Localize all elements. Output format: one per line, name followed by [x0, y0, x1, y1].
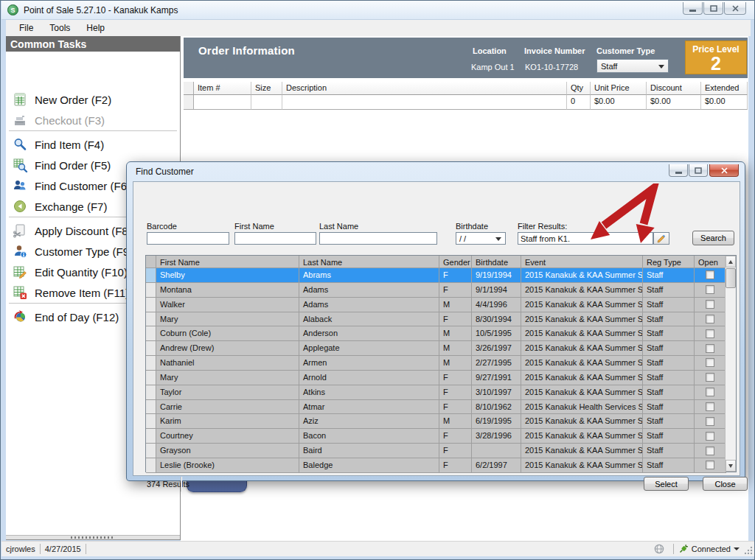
results-row[interactable]: CourtneyBaconF3/28/19962015 Kanakuk & KA…: [146, 429, 736, 444]
order-table-row[interactable]: 0$0.00$0.00$0.00: [184, 95, 748, 110]
menu-help[interactable]: Help: [79, 21, 112, 35]
barcode-input[interactable]: [147, 232, 229, 245]
minimize-button[interactable]: [683, 2, 703, 15]
filter-results-input[interactable]: [518, 232, 653, 245]
maximize-button[interactable]: [703, 2, 723, 15]
edit-filter-button[interactable]: [653, 232, 669, 245]
open-checkbox[interactable]: [706, 432, 714, 441]
connection-status[interactable]: Connected: [692, 545, 731, 553]
sidebar-splitter[interactable]: [6, 535, 180, 540]
order-column-header: Extended: [701, 82, 748, 95]
sidebar-item-new-order[interactable]: New Order (F2): [12, 90, 175, 109]
globe-icon[interactable]: [654, 544, 664, 554]
remove-item-icon: [12, 285, 28, 300]
customer-type-dropdown[interactable]: Staff: [596, 59, 669, 73]
open-checkbox[interactable]: [706, 285, 714, 294]
maximize-icon: [695, 167, 702, 174]
open-checkbox[interactable]: [706, 329, 714, 338]
results-row[interactable]: MontanaAdamsF9/1/19942015 Kanakuk & KAA …: [146, 283, 736, 298]
open-checkbox[interactable]: [706, 358, 714, 367]
results-row[interactable]: KarimAzizM6/19/19952015 Kanakuk & KAA Su…: [146, 414, 736, 429]
end-of-day-icon: [12, 309, 28, 324]
filter-results-label: Filter Results:: [518, 222, 567, 231]
status-date: 4/27/2015: [45, 545, 81, 553]
chevron-down-icon[interactable]: [734, 547, 740, 550]
select-button[interactable]: Select: [644, 477, 689, 491]
order-column-header: Size: [251, 82, 282, 95]
scroll-up-button[interactable]: [726, 256, 736, 267]
results-column-header[interactable]: [146, 256, 156, 268]
order-table-header: Item #SizeDescriptionQtyUnit PriceDiscou…: [184, 82, 748, 95]
sidebar-item-label: Customer Type (F9): [35, 245, 133, 258]
search-button[interactable]: Search: [692, 231, 734, 245]
open-checkbox[interactable]: [706, 402, 714, 411]
customer-type-label: Customer Type: [596, 46, 655, 55]
results-row[interactable]: Leslie (Brooke)BaledgeF6/2/19972015 Kana…: [146, 458, 736, 473]
edit-quantity-icon: [12, 265, 28, 279]
dialog-close-action-button[interactable]: Close: [703, 477, 748, 491]
menu-bar: File Tools Help: [6, 20, 751, 36]
results-scrollbar[interactable]: [725, 256, 736, 472]
results-column-header[interactable]: Open: [695, 256, 726, 268]
order-cell[interactable]: [251, 95, 282, 110]
results-row[interactable]: NathanielArmenM2/27/19952015 Kanakuk & K…: [146, 356, 736, 371]
dialog-minimize-button[interactable]: [669, 164, 688, 177]
dialog-maximize-button[interactable]: [689, 164, 708, 177]
results-column-header[interactable]: Reg Type: [643, 256, 695, 268]
order-column-header: Description: [282, 82, 567, 95]
results-row[interactable]: GraysonBairdF2015 Kanakuk & KAA Summer S…: [146, 444, 736, 458]
dialog-close-button[interactable]: [709, 164, 739, 177]
open-checkbox[interactable]: [706, 373, 714, 382]
results-row[interactable]: WalkerAdamsM4/4/19962015 Kanakuk & KAA S…: [146, 298, 736, 312]
customer-type-icon: [12, 244, 28, 259]
order-cell[interactable]: [282, 95, 567, 110]
order-cell[interactable]: [184, 95, 194, 110]
last-name-input[interactable]: [319, 232, 437, 245]
open-checkbox[interactable]: [706, 388, 714, 396]
scroll-down-button[interactable]: [726, 460, 736, 472]
find-customer-icon: [12, 178, 28, 193]
order-cell[interactable]: [194, 95, 251, 110]
results-column-header[interactable]: Gender: [439, 256, 472, 268]
status-divider: [673, 544, 674, 554]
open-checkbox[interactable]: [706, 344, 714, 353]
scrollbar-thumb[interactable]: [726, 268, 736, 288]
menu-tools[interactable]: Tools: [42, 21, 77, 35]
resize-grip[interactable]: [744, 546, 753, 555]
apply-discount-icon: [12, 223, 28, 238]
results-row[interactable]: MaryAlabackF8/30/19942015 Kanakuk & KAA …: [146, 312, 736, 327]
order-cell[interactable]: $0.00: [701, 95, 748, 110]
results-row[interactable]: Andrew (Drew)ApplegateM3/26/19972015 Kan…: [146, 341, 736, 356]
open-checkbox[interactable]: [706, 417, 714, 426]
results-column-header[interactable]: First Name: [156, 256, 299, 268]
results-row[interactable]: Coburn (Cole)AndersonM10/5/19952015 Kana…: [146, 326, 736, 341]
open-checkbox[interactable]: [706, 300, 714, 309]
order-column-header: Discount: [647, 82, 701, 95]
order-cell[interactable]: $0.00: [647, 95, 701, 110]
menu-file[interactable]: File: [12, 21, 41, 35]
sidebar-item-label: Apply Discount (F8): [35, 225, 132, 237]
title-bar: S Point of Sale 5.27.10 - Kanakuk Kamps: [1, 1, 754, 20]
results-column-header[interactable]: Birthdate: [472, 256, 521, 268]
results-row[interactable]: CarrieAtmarF8/10/19622015 Kanakuk Health…: [146, 400, 736, 415]
find-order-icon: [12, 158, 28, 172]
birthdate-picker[interactable]: / /: [456, 232, 506, 245]
open-checkbox[interactable]: [706, 461, 714, 469]
birthdate-value: / /: [459, 234, 466, 243]
open-checkbox[interactable]: [706, 270, 714, 279]
order-cell[interactable]: 0: [567, 95, 591, 110]
open-checkbox[interactable]: [706, 315, 714, 323]
results-row[interactable]: TaylorAtkinsF3/10/19972015 Kanakuk & KAA…: [146, 385, 736, 400]
results-column-header[interactable]: Last Name: [299, 256, 439, 268]
order-cell[interactable]: $0.00: [591, 95, 647, 110]
results-column-header[interactable]: Event: [521, 256, 643, 268]
dialog-content: Barcode First Name Last Name Birthdate /…: [133, 181, 740, 476]
sidebar-item-find-item[interactable]: Find Item (F4): [12, 135, 175, 154]
results-row[interactable]: MaryArnoldF9/27/19912015 Kanakuk & KAA S…: [146, 371, 736, 385]
results-row[interactable]: ShelbyAbramsF9/19/19942015 Kanakuk & KAA…: [146, 268, 736, 283]
open-checkbox[interactable]: [706, 447, 714, 455]
first-name-input[interactable]: [234, 232, 316, 245]
dialog-title: Find Customer: [136, 167, 194, 177]
close-button[interactable]: [724, 2, 746, 15]
order-information-header: Order Information Location Kamp Out 1 In…: [184, 38, 748, 78]
